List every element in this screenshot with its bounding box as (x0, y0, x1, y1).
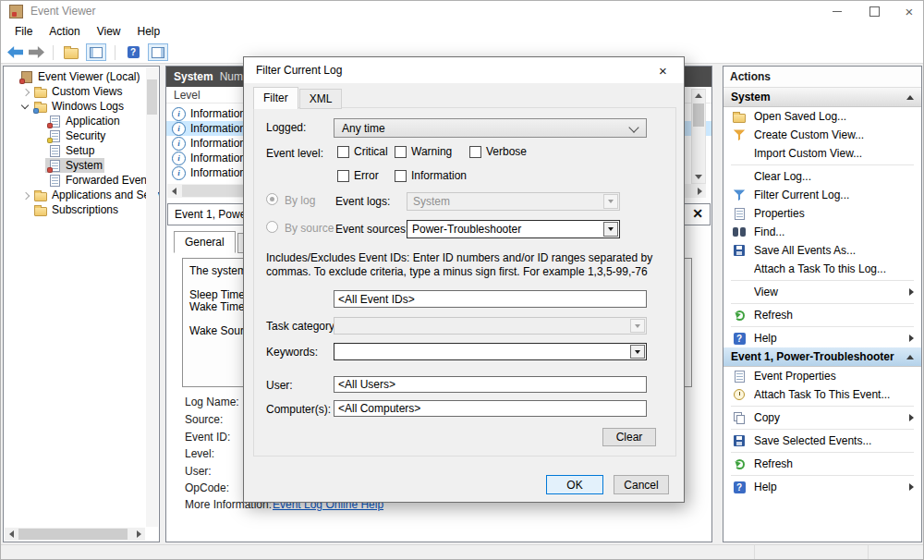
user-input[interactable] (334, 376, 647, 393)
dropdown-button[interactable] (603, 222, 618, 237)
action-attach-task-to-this-event[interactable]: Attach Task To This Event... (723, 385, 921, 404)
forward-icon[interactable] (29, 46, 44, 58)
menu-bar: FileActionViewHelp (1, 21, 923, 42)
action-save-selected-events[interactable]: Save Selected Events... (723, 432, 921, 450)
action-event-properties[interactable]: Event Properties (723, 367, 921, 385)
tab-filter[interactable]: Filter (253, 87, 298, 109)
scrollbar-thumb[interactable] (18, 529, 128, 540)
minimize-button[interactable] (823, 1, 851, 21)
information-icon (172, 122, 186, 136)
ok-button[interactable]: OK (546, 475, 603, 494)
action-import-custom-view[interactable]: Import Custom View... (723, 144, 921, 163)
scroll-left-icon[interactable] (167, 184, 180, 198)
action-copy[interactable]: Copy (723, 408, 921, 427)
tree-horizontal-scrollbar[interactable] (5, 528, 145, 541)
information-icon (172, 152, 186, 165)
checkbox-critical[interactable]: Critical (337, 145, 388, 158)
event-ids-input[interactable] (334, 290, 647, 308)
tree-vertical-scrollbar[interactable] (146, 67, 158, 527)
action-help[interactable]: Help (723, 329, 921, 347)
action-label: Attach Task To This Event... (754, 388, 921, 401)
events-vertical-scrollbar[interactable] (691, 89, 706, 184)
by-log-radio[interactable] (266, 193, 278, 205)
submenu-arrow-icon (909, 335, 914, 342)
menu-action[interactable]: Action (41, 22, 88, 41)
action-label: Refresh (754, 457, 921, 470)
back-icon[interactable] (7, 46, 23, 58)
clear-button[interactable]: Clear (602, 428, 656, 446)
scroll-right-icon[interactable] (693, 184, 706, 198)
actions-section-header-event-1-power-troubleshooter[interactable]: Event 1, Power-Troubleshooter (723, 347, 921, 367)
action-save-all-events-as[interactable]: Save All Events As... (723, 241, 921, 260)
event-level-label: Information (190, 152, 246, 164)
collapse-section-icon[interactable] (906, 95, 914, 100)
menu-file[interactable]: File (6, 22, 41, 41)
tree-item-custom-views[interactable]: Custom Views (4, 84, 159, 99)
keywords-dropdown[interactable] (334, 343, 647, 360)
action-refresh[interactable]: Refresh (723, 306, 921, 324)
tab-xml[interactable]: XML (299, 89, 343, 109)
maximize-button[interactable] (860, 1, 888, 21)
show-action-pane-icon[interactable] (148, 43, 168, 61)
menu-help[interactable]: Help (129, 22, 169, 41)
scroll-up-icon[interactable] (692, 90, 705, 102)
checkbox-box[interactable] (395, 170, 407, 182)
tree-item-setup[interactable]: Setup (4, 143, 159, 158)
tree-item-application[interactable]: Application (4, 114, 159, 128)
actions-separator (731, 429, 914, 430)
action-help[interactable]: Help (723, 478, 921, 496)
action-label: View (754, 286, 909, 298)
scroll-right-icon[interactable] (132, 528, 145, 541)
checkbox-information[interactable]: Information (395, 169, 467, 182)
action-refresh[interactable]: Refresh (723, 455, 921, 473)
scroll-down-icon[interactable] (692, 171, 705, 183)
action-open-saved-log[interactable]: Open Saved Log... (723, 107, 921, 126)
chevron-collapsed-icon[interactable] (19, 86, 31, 98)
export-log-icon[interactable] (62, 44, 80, 61)
folder-views-icon (33, 85, 48, 99)
checkbox-box[interactable] (395, 146, 407, 158)
checkbox-box[interactable] (337, 170, 349, 182)
computers-input[interactable] (334, 400, 647, 417)
action-filter-current-log[interactable]: Filter Current Log... (723, 186, 921, 204)
by-source-radio[interactable] (266, 221, 278, 233)
tree-item-system[interactable]: System (4, 158, 159, 173)
tree-item-security[interactable]: Security (4, 128, 159, 143)
actions-section-header-system[interactable]: System (723, 88, 921, 107)
tree-item-forwarded-events[interactable]: Forwarded Events (4, 173, 159, 188)
cancel-button[interactable]: Cancel (614, 475, 669, 494)
logged-dropdown[interactable]: Any time (334, 118, 647, 138)
chevron-collapsed-icon[interactable] (19, 189, 31, 201)
action-create-custom-view[interactable]: Create Custom View... (723, 126, 921, 144)
action-view[interactable]: View (723, 283, 921, 301)
action-properties[interactable]: Properties (723, 204, 921, 223)
tree-item-applications-and-services-logs[interactable]: Applications and Services Logs (4, 188, 159, 202)
scrollbar-thumb[interactable] (147, 79, 157, 115)
help-toolbar-icon[interactable] (124, 44, 142, 61)
dropdown-button[interactable] (630, 345, 645, 359)
menu-view[interactable]: View (89, 22, 129, 41)
collapse-section-icon[interactable] (906, 355, 914, 359)
action-find[interactable]: Find... (723, 223, 921, 241)
scroll-left-icon[interactable] (5, 528, 18, 541)
title-bar: Event Viewer × (1, 1, 923, 21)
show-console-tree-icon[interactable] (86, 43, 106, 61)
action-attach-a-task-to-this-log[interactable]: Attach a Task To this Log... (723, 260, 921, 278)
checkbox-box[interactable] (337, 146, 349, 158)
checkbox-box[interactable] (469, 146, 481, 158)
checkbox-error[interactable]: Error (337, 169, 379, 182)
scrollbar-thumb[interactable] (693, 103, 704, 127)
checkbox-verbose[interactable]: Verbose (469, 145, 527, 158)
tab-general[interactable]: General (174, 231, 236, 253)
tree-item-event-viewer-local[interactable]: Event Viewer (Local) (4, 69, 159, 84)
checkbox-warning[interactable]: Warning (395, 145, 452, 158)
event-sources-dropdown[interactable]: Power-Troubleshooter (407, 220, 620, 238)
tree-item-windows-logs[interactable]: Windows Logs (4, 99, 159, 114)
tree-item-subscriptions[interactable]: Subscriptions (4, 202, 159, 217)
preview-close-icon[interactable]: ✕ (692, 206, 703, 221)
action-clear-log[interactable]: Clear Log... (723, 167, 921, 186)
badge-icon (33, 108, 39, 114)
close-button[interactable]: × (895, 1, 923, 21)
dialog-close-icon[interactable]: × (642, 57, 684, 83)
chevron-expanded-icon[interactable] (19, 101, 31, 113)
